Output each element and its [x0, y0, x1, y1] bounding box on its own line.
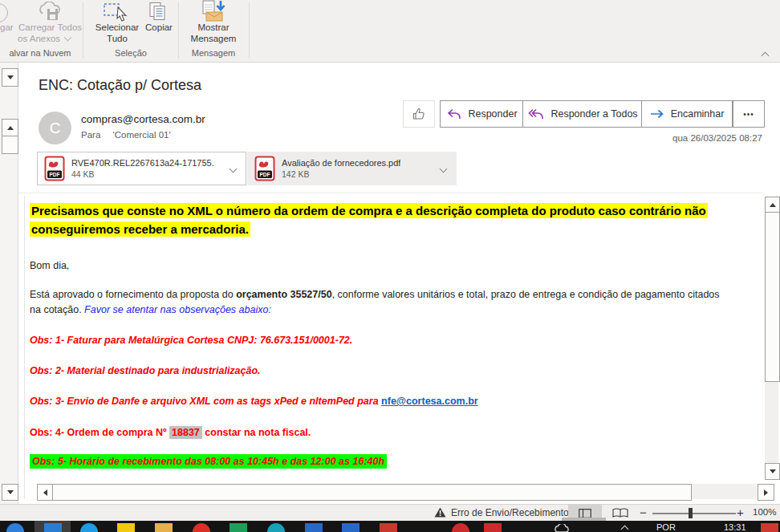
taskbar-app-6-icon[interactable] — [193, 523, 210, 532]
obs4-text: Obs: 4- Ordem de compra Nº 18837 constar… — [30, 427, 311, 438]
obs2-text: Obs: 2- Material destinado para industri… — [30, 365, 261, 376]
left-strip-bottom-scroll-button[interactable] — [2, 484, 18, 501]
dropdown-caret-icon — [64, 34, 72, 42]
approval-paragraph: Está aprovado o fornecimento da proposta… — [30, 287, 720, 318]
taskbar-clock[interactable]: 13:31 — [724, 522, 746, 532]
left-strip-scroll-up-button[interactable] — [2, 119, 18, 137]
tray-show-hidden-icon[interactable] — [621, 526, 629, 532]
ribbon-separator — [178, 2, 179, 59]
ribbon-separator — [83, 2, 83, 59]
zoom-level[interactable]: 100% — [753, 507, 776, 517]
taskbar-app-3-icon[interactable] — [80, 523, 98, 532]
taskbar-app-11-icon[interactable] — [380, 523, 397, 532]
forward-arrow-icon — [650, 109, 664, 119]
tray-cloud-icon[interactable] — [554, 524, 571, 532]
taskbar: POR 13:31 — [0, 521, 780, 532]
reply-all-arrow-icon — [528, 108, 544, 120]
like-button[interactable] — [403, 100, 435, 128]
reading-mode-icon[interactable] — [612, 508, 628, 518]
nfe-email-link[interactable]: nfe@cortesa.com.br — [381, 396, 478, 407]
scroll-down-button[interactable] — [765, 463, 780, 480]
attachment-size: 142 KB — [282, 169, 400, 179]
attachment-dropdown-icon[interactable] — [230, 164, 238, 173]
left-strip-scroll-down-button[interactable] — [2, 68, 18, 87]
zoom-slider-thumb[interactable] — [689, 508, 693, 518]
taskbar-app-13-icon[interactable] — [484, 523, 502, 532]
group-label-selection: Seleção — [87, 48, 175, 58]
outlook-window: gar Carregar Todos os Anexos alvar na Nu… — [0, 0, 780, 532]
taskbar-app-9-icon[interactable] — [305, 523, 323, 532]
zoom-out-icon[interactable]: − — [640, 506, 647, 519]
warning-highlight-paragraph: Precisamos que conste no XML o número da… — [30, 202, 708, 239]
taskbar-app-10-icon[interactable] — [342, 523, 360, 532]
header-body-divider — [18, 193, 765, 193]
taskbar-folder-icon[interactable] — [155, 523, 173, 532]
tray-app-icon[interactable] — [761, 523, 778, 532]
greeting-text: Bom dia, — [30, 258, 69, 274]
status-bar: Erro de Envio/Recebimento − + 100% — [0, 504, 780, 521]
show-message-envelope-icon — [201, 0, 228, 22]
recipient-row: Para 'Comercial 01' — [81, 130, 171, 140]
reading-pane-border — [24, 196, 25, 499]
horizontal-scrollbar-thumb[interactable] — [52, 484, 692, 501]
group-label-save-cloud: alvar na Nuvem — [0, 48, 80, 58]
cloud-save-icon — [35, 2, 64, 22]
ellipsis-icon: ••• — [743, 110, 754, 119]
to-label: Para — [81, 130, 100, 140]
received-date: qua 26/03/2025 08:27 — [594, 133, 762, 143]
attachment-card[interactable]: PDF Avaliação de fornecedores.pdf 142 KB — [247, 152, 457, 185]
obs1-text: Obs: 1- Faturar para Metalúrgica Cortesa… — [30, 335, 352, 346]
note-blue-text: Favor se atentar nas observações abaixo: — [84, 304, 271, 315]
left-strip-blank-box[interactable] — [2, 136, 18, 154]
taskbar-app-12-icon[interactable] — [452, 523, 469, 532]
more-actions-button[interactable]: ••• — [733, 100, 765, 128]
ribbon: gar Carregar Todos os Anexos alvar na Nu… — [0, 0, 780, 63]
attachment-name: RVE470R.REL2267613a24-171755.pdf — [71, 158, 214, 168]
taskbar-outlook-icon[interactable] — [44, 523, 62, 532]
budget-number: orçamento 35527/50 — [236, 289, 332, 300]
attachment-card[interactable]: PDF RVE470R.REL2267613a24-171755.pdf 44 … — [37, 152, 246, 185]
obs3-text: Obs: 3- Envio de Danfe e arquivo XML com… — [30, 396, 478, 407]
reply-all-button[interactable]: Responder a Todos — [522, 100, 644, 128]
zoom-slider-track[interactable] — [652, 513, 736, 514]
warning-icon — [434, 507, 446, 518]
order-number-highlight: 18837 — [169, 426, 202, 439]
attachment-dropdown-icon[interactable] — [440, 164, 448, 173]
taskbar-app-8-icon[interactable] — [267, 523, 285, 532]
group-label-message: Mensagem — [183, 48, 244, 58]
sender-email[interactable]: compras@cortesa.com.br — [81, 113, 205, 125]
obs5-text: Obs: 5- Horário de recebimento das 08:00… — [30, 456, 387, 467]
partial-button-label[interactable]: gar Carregar Todos — [0, 22, 82, 33]
zoom-in-icon[interactable]: + — [737, 506, 744, 519]
scroll-right-button[interactable] — [758, 484, 774, 501]
copy-icon — [148, 2, 170, 22]
forward-button[interactable]: Encaminhar — [641, 100, 733, 128]
reading-pane-icon — [579, 509, 591, 518]
collapse-ribbon-icon[interactable] — [762, 52, 770, 60]
pdf-icon: PDF — [254, 156, 275, 181]
ribbon-separator — [249, 2, 250, 59]
reply-button[interactable]: Responder — [440, 100, 525, 128]
taskbar-excel-icon[interactable] — [230, 523, 247, 532]
reply-arrow-icon — [447, 108, 461, 120]
taskbar-language[interactable]: POR — [656, 522, 676, 532]
thumbs-up-icon — [412, 108, 425, 120]
load-all-attachments-button[interactable]: os Anexos — [18, 33, 71, 44]
scroll-up-button[interactable] — [765, 197, 780, 213]
attachment-size: 44 KB — [71, 169, 214, 179]
scroll-left-button[interactable] — [37, 484, 54, 501]
partial-ribbon-icon — [0, 3, 8, 22]
attachment-name: Avaliação de fornecedores.pdf — [282, 158, 400, 168]
select-all-icon — [103, 2, 133, 22]
pdf-icon: PDF — [44, 156, 65, 181]
recipient-name[interactable]: 'Comercial 01' — [113, 130, 171, 140]
taskbar-app-1-icon[interactable] — [6, 523, 24, 532]
vertical-scrollbar-thumb[interactable] — [765, 212, 780, 382]
sender-avatar[interactable]: C — [39, 112, 71, 144]
email-subject: ENC: Cotação p/ Cortesa — [39, 77, 201, 94]
send-receive-error[interactable]: Erro de Envio/Recebimento — [451, 507, 569, 518]
svg-text:PDF: PDF — [50, 172, 60, 177]
svg-text:PDF: PDF — [260, 172, 270, 177]
taskbar-app-4-icon[interactable] — [117, 523, 135, 532]
